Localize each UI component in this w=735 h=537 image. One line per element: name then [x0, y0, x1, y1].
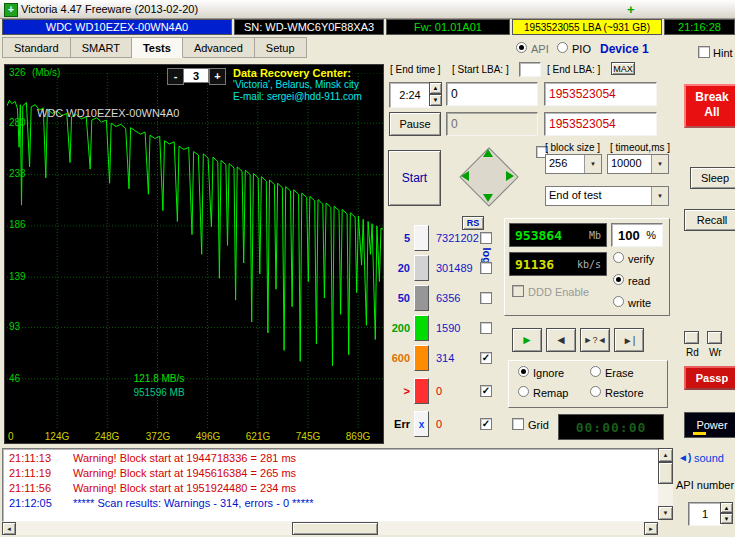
log-entry: 21:11:13Warning! Block start at 19447183… — [9, 452, 296, 464]
legend-log-checkbox[interactable]: ✓ — [480, 385, 492, 397]
block-size-dropdown-arrow-icon[interactable]: ▼ — [584, 155, 601, 173]
legend-log-checkbox[interactable] — [480, 262, 492, 274]
passport-button[interactable]: Passp — [684, 366, 735, 390]
legend-log-checkbox[interactable]: ✓ — [480, 352, 492, 364]
y-tick-93: 93 — [9, 322, 20, 332]
block-size-dropdown[interactable]: 256 ▼ — [545, 154, 602, 174]
end-time-field[interactable]: 2:24 — [389, 82, 431, 108]
timeout-dropdown-arrow-icon[interactable]: ▼ — [651, 155, 668, 173]
end-lba-field[interactable]: 1953523054 — [544, 82, 657, 106]
legend-row-600ms: 600 314 ✓ — [388, 345, 494, 372]
step-back-button[interactable]: ◄ — [546, 328, 576, 352]
legend-count: 0 — [436, 385, 442, 397]
power-button-label: Power — [696, 419, 727, 431]
end-lba-field-2[interactable]: 1953523054 — [544, 112, 657, 136]
verify-radio[interactable] — [613, 252, 624, 263]
seek-down-arrow-icon[interactable] — [483, 194, 493, 202]
sound-label[interactable]: sound — [694, 452, 724, 464]
restore-radio[interactable] — [590, 386, 601, 397]
legend-count: 301489 — [436, 262, 473, 274]
seek-left-arrow-icon[interactable] — [461, 171, 469, 181]
api-number-field[interactable]: 1 — [688, 502, 722, 526]
remap-radio[interactable] — [518, 386, 529, 397]
legend-count: 6356 — [436, 292, 460, 304]
sound-icon: ◄) — [678, 452, 691, 463]
legend-count: 314 — [436, 352, 454, 364]
log-entry: 21:11:19Warning! Block start at 19456163… — [9, 467, 296, 479]
tab-advanced[interactable]: Advanced — [183, 37, 255, 58]
end-time-up-button[interactable]: ▲ — [429, 82, 442, 94]
legend-log-checkbox[interactable] — [480, 322, 492, 334]
read-radio[interactable] — [613, 274, 624, 285]
legend-log-checkbox[interactable]: ✓ — [480, 418, 492, 430]
start-button[interactable]: Start — [388, 150, 441, 206]
legend-color-block — [414, 378, 429, 404]
title-bar[interactable]: + Victoria 4.47 Freeware (2013-02-20) + — [0, 0, 735, 19]
log-scroll-right-button[interactable]: ► — [644, 522, 658, 535]
graph-scale-minus-button[interactable]: - — [167, 68, 184, 85]
legend-count: 7321202 — [436, 232, 479, 244]
graph-scale-plus-button[interactable]: + — [209, 68, 226, 85]
mb-passed-display: 953864 Mb — [509, 223, 607, 247]
hint-checkbox-label: Hint — [713, 47, 733, 59]
restore-radio-label: Restore — [605, 387, 644, 399]
log-list[interactable]: 21:11:13Warning! Block start at 19447183… — [2, 448, 660, 522]
x-tick-869g: 869G — [343, 431, 373, 442]
ddd-enable-checkbox[interactable] — [512, 285, 524, 297]
api-number-label: API number — [676, 479, 734, 491]
log-time: 21:12:05 — [9, 497, 73, 509]
ignore-radio[interactable] — [518, 366, 529, 377]
end-time-down-button[interactable]: ▼ — [429, 94, 442, 106]
timeout-dropdown[interactable]: 10000 ▼ — [607, 154, 669, 174]
break-all-button[interactable]: Break All — [684, 84, 735, 128]
victoria-window: + Victoria 4.47 Freeware (2013-02-20) + … — [0, 0, 735, 537]
legend-log-checkbox[interactable] — [480, 292, 492, 304]
rd-indicator — [684, 331, 699, 344]
grid-checkbox[interactable] — [512, 418, 524, 430]
pause-button[interactable]: Pause — [389, 112, 441, 136]
end-action-dropdown-arrow-icon[interactable]: ▼ — [651, 187, 668, 205]
api-number-up-button[interactable]: ▲ — [720, 502, 733, 513]
seek-up-arrow-icon[interactable] — [483, 149, 493, 157]
legend-color-block — [414, 225, 429, 251]
log-entry: 21:12:05***** Scan results: Warnings - 3… — [9, 497, 313, 509]
log-scroll-up-button[interactable]: ▲ — [658, 448, 673, 462]
legend-row-over600ms: > 0 ✓ — [388, 378, 494, 405]
drc-email[interactable]: E-mail: sergei@hdd-911.com — [233, 91, 362, 103]
legend-log-checkbox[interactable] — [480, 232, 492, 244]
play-button[interactable]: ► — [512, 328, 542, 352]
pio-radio[interactable] — [557, 42, 568, 53]
timeout-value: 10000 — [608, 155, 651, 173]
write-radio[interactable] — [613, 296, 624, 307]
seek-pad[interactable] — [450, 140, 526, 212]
recall-button[interactable]: Recall — [684, 209, 735, 231]
start-lba-mini-field[interactable] — [519, 62, 541, 77]
step-end-button[interactable]: ►| — [614, 328, 644, 352]
tab-tests[interactable]: Tests — [132, 37, 183, 58]
tab-setup[interactable]: Setup — [255, 37, 307, 58]
log-vscroll-thumb[interactable] — [658, 462, 673, 484]
start-lba-field[interactable]: 0 — [446, 82, 538, 106]
hint-checkbox[interactable] — [698, 46, 710, 58]
percent-sign: % — [646, 229, 656, 241]
drive-model-box[interactable]: WDC WD10EZEX-00WN4A0 — [2, 19, 232, 35]
log-scroll-down-button[interactable]: ▼ — [658, 506, 673, 520]
log-time: 21:11:13 — [9, 452, 73, 464]
tab-smart[interactable]: SMART — [71, 37, 132, 58]
log-scroll-left-button[interactable]: ◄ — [2, 522, 16, 535]
seek-question-button[interactable]: ►?◄ — [580, 328, 610, 352]
api-number-down-button[interactable]: ▼ — [720, 513, 733, 524]
sleep-button[interactable]: Sleep — [690, 167, 735, 189]
log-hscroll-thumb[interactable] — [292, 522, 378, 535]
read-radio-label: read — [628, 275, 650, 287]
device-selector[interactable]: Device 1 — [600, 42, 649, 56]
erase-radio[interactable] — [590, 366, 601, 377]
tab-bar: Standard SMART Tests Advanced Setup — [2, 37, 307, 58]
end-action-dropdown[interactable]: End of test ▼ — [545, 186, 669, 206]
legend-label: 600 — [388, 352, 410, 364]
seek-right-arrow-icon[interactable] — [506, 171, 514, 181]
max-lba-button[interactable]: MAX — [611, 62, 635, 75]
api-radio[interactable] — [516, 42, 527, 53]
power-button[interactable]: Power — [684, 412, 735, 438]
tab-standard[interactable]: Standard — [2, 37, 71, 58]
